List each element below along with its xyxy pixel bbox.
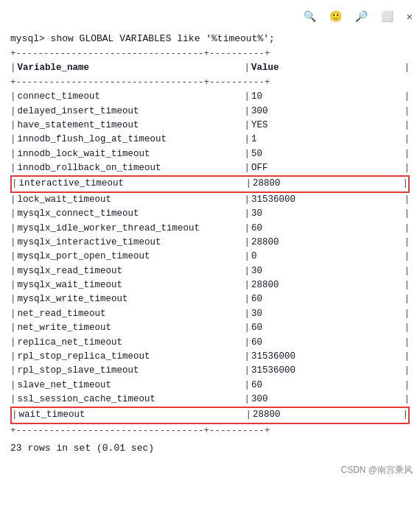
table-row: | delayed_insert_timeout| 300| bbox=[10, 105, 410, 119]
table-row: | innodb_flush_log_at_timeout| 1| bbox=[10, 133, 410, 147]
row-value: 60 bbox=[250, 292, 404, 306]
header-name-col: Variable_name bbox=[16, 61, 245, 75]
row-name: wait_timeout bbox=[18, 408, 246, 422]
result-line: 23 rows in set (0.01 sec) bbox=[10, 443, 410, 454]
row-name: rpl_stop_slave_timeout bbox=[16, 364, 245, 378]
row-name: mysqlx_wait_timeout bbox=[16, 278, 245, 292]
table-row: | ssl_session_cache_timeout| 300| bbox=[10, 393, 410, 407]
row-value: 28800 bbox=[251, 408, 402, 422]
row-value: 0 bbox=[250, 250, 404, 264]
top-bar: 🔍 🙂 🔎 ⬜ ✕ bbox=[0, 7, 420, 29]
table-row: | mysqlx_write_timeout| 60| bbox=[10, 292, 410, 306]
row-name: connect_timeout bbox=[16, 90, 245, 104]
row-value: 10 bbox=[250, 90, 404, 104]
row-name: mysqlx_write_timeout bbox=[16, 292, 245, 306]
row-value: 1 bbox=[250, 133, 404, 147]
table-row: | rpl_stop_replica_timeout| 31536000| bbox=[10, 350, 410, 364]
row-value: OFF bbox=[250, 161, 404, 175]
row-value: YES bbox=[250, 119, 404, 133]
emoji-icon[interactable]: 🙂 bbox=[329, 10, 342, 23]
row-name: net_read_timeout bbox=[16, 307, 245, 321]
table-row-highlighted: | wait_timeout| 28800| bbox=[10, 407, 410, 423]
table-wrapper: +----------------------------------+----… bbox=[10, 47, 410, 438]
table-row: | mysqlx_read_timeout| 30| bbox=[10, 264, 410, 278]
row-name: innodb_flush_log_at_timeout bbox=[16, 133, 245, 147]
table-row: | mysqlx_interactive_timeout| 28800| bbox=[10, 236, 410, 250]
row-value: 31536000 bbox=[250, 364, 404, 378]
more-icon[interactable]: ✕ bbox=[407, 10, 413, 23]
divider-bot: +----------------------------------+----… bbox=[10, 424, 410, 438]
row-value: 31536000 bbox=[250, 193, 404, 207]
table-row: | mysqlx_connect_timeout| 30| bbox=[10, 207, 410, 221]
divider-mid: +----------------------------------+----… bbox=[10, 76, 410, 90]
table-row: | innodb_lock_wait_timeout| 50| bbox=[10, 147, 410, 161]
row-name: ssl_session_cache_timeout bbox=[16, 393, 245, 407]
row-value: 60 bbox=[250, 379, 404, 393]
search2-icon[interactable]: 🔎 bbox=[355, 10, 368, 23]
row-value: 28800 bbox=[250, 236, 404, 250]
terminal-container: mysql> show GLOBAL VARIABLES like '%time… bbox=[0, 29, 420, 461]
row-name: mysqlx_interactive_timeout bbox=[16, 236, 245, 250]
table-row: | slave_net_timeout| 60| bbox=[10, 379, 410, 393]
row-value: 60 bbox=[250, 336, 404, 350]
row-value: 28800 bbox=[251, 177, 402, 191]
footer-brand: CSDN @南宫乘风 bbox=[0, 464, 420, 477]
row-value: 50 bbox=[250, 147, 404, 161]
row-value: 30 bbox=[250, 207, 404, 221]
row-value: 28800 bbox=[250, 278, 404, 292]
header-value-col: Value bbox=[250, 61, 404, 75]
table-row: | mysqlx_wait_timeout| 28800| bbox=[10, 278, 410, 292]
row-value: 300 bbox=[250, 105, 404, 119]
row-name: net_write_timeout bbox=[16, 321, 245, 335]
row-name: slave_net_timeout bbox=[16, 379, 245, 393]
row-value: 30 bbox=[250, 307, 404, 321]
table-row: | innodb_rollback_on_timeout| OFF| bbox=[10, 161, 410, 175]
row-name: mysqlx_connect_timeout bbox=[16, 207, 245, 221]
row-name: innodb_lock_wait_timeout bbox=[16, 147, 245, 161]
table-row: | mysqlx_port_open_timeout| 0| bbox=[10, 250, 410, 264]
command-line: mysql> show GLOBAL VARIABLES like '%time… bbox=[10, 33, 410, 44]
table-row-highlighted: | interactive_timeout| 28800| bbox=[10, 175, 410, 192]
rows-container: | connect_timeout| 10|| delayed_insert_t… bbox=[10, 90, 410, 424]
row-name: replica_net_timeout bbox=[16, 336, 245, 350]
row-value: 60 bbox=[250, 321, 404, 335]
table-row: | lock_wait_timeout| 31536000| bbox=[10, 193, 410, 207]
search-icon[interactable]: 🔍 bbox=[304, 10, 316, 23]
row-name: rpl_stop_replica_timeout bbox=[16, 350, 245, 364]
row-name: mysqlx_read_timeout bbox=[16, 264, 245, 278]
row-value: 60 bbox=[250, 222, 404, 236]
table-row: | rpl_stop_slave_timeout| 31536000| bbox=[10, 364, 410, 378]
row-value: 30 bbox=[250, 264, 404, 278]
table-row: | mysqlx_idle_worker_thread_timeout| 60| bbox=[10, 222, 410, 236]
table-row: | net_write_timeout| 60| bbox=[10, 321, 410, 335]
table-row: | have_statement_timeout| YES| bbox=[10, 119, 410, 133]
row-name: interactive_timeout bbox=[18, 177, 246, 191]
row-name: have_statement_timeout bbox=[16, 119, 245, 133]
row-name: delayed_insert_timeout bbox=[16, 105, 245, 119]
window-icon[interactable]: ⬜ bbox=[381, 10, 393, 23]
table-row: | replica_net_timeout| 60| bbox=[10, 336, 410, 350]
row-name: innodb_rollback_on_timeout bbox=[16, 161, 245, 175]
table-header: | Variable_name | Value | bbox=[10, 61, 410, 75]
row-value: 300 bbox=[250, 393, 404, 407]
table-row: | connect_timeout| 10| bbox=[10, 90, 410, 104]
divider-top: +----------------------------------+----… bbox=[10, 47, 410, 61]
row-name: lock_wait_timeout bbox=[16, 193, 245, 207]
row-value: 31536000 bbox=[250, 350, 404, 364]
row-name: mysqlx_port_open_timeout bbox=[16, 250, 245, 264]
row-name: mysqlx_idle_worker_thread_timeout bbox=[16, 222, 245, 236]
table-row: | net_read_timeout| 30| bbox=[10, 307, 410, 321]
